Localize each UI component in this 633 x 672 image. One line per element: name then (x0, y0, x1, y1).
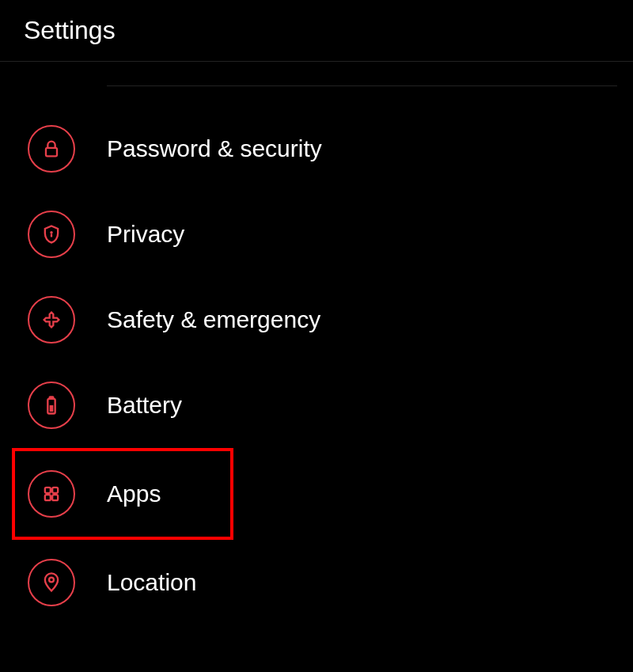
settings-item-safety-emergency[interactable]: Safety & emergency (28, 277, 633, 363)
settings-item-location[interactable]: Location (28, 540, 633, 625)
page-title: Settings (24, 16, 609, 45)
apps-icon (28, 470, 75, 518)
settings-item-battery[interactable]: Battery (28, 363, 633, 448)
settings-item-apps[interactable]: Apps (28, 451, 230, 537)
settings-item-label: Privacy (107, 221, 184, 248)
settings-item-password-security[interactable]: Password & security (28, 106, 633, 192)
highlight-box: Apps (12, 448, 233, 540)
svg-rect-7 (52, 488, 58, 493)
settings-header: Settings (0, 0, 633, 62)
svg-rect-6 (45, 488, 51, 493)
settings-item-label: Apps (107, 480, 161, 507)
shield-icon (28, 211, 75, 258)
settings-item-label: Location (107, 569, 196, 596)
settings-item-label: Battery (107, 392, 182, 419)
svg-rect-9 (52, 495, 58, 500)
battery-icon (28, 382, 75, 429)
settings-item-label: Safety & emergency (107, 306, 320, 333)
divider (107, 85, 617, 86)
medical-icon (28, 296, 75, 344)
settings-item-privacy[interactable]: Privacy (28, 192, 633, 277)
settings-list: Password & security Privacy Safety & eme… (0, 106, 633, 625)
svg-rect-4 (50, 397, 54, 399)
lock-icon (28, 125, 75, 173)
svg-point-1 (50, 231, 53, 234)
svg-point-10 (49, 578, 54, 583)
svg-rect-0 (46, 148, 57, 157)
svg-rect-5 (50, 405, 54, 412)
settings-item-label: Password & security (107, 135, 322, 162)
svg-rect-8 (45, 495, 51, 500)
location-icon (28, 559, 75, 606)
